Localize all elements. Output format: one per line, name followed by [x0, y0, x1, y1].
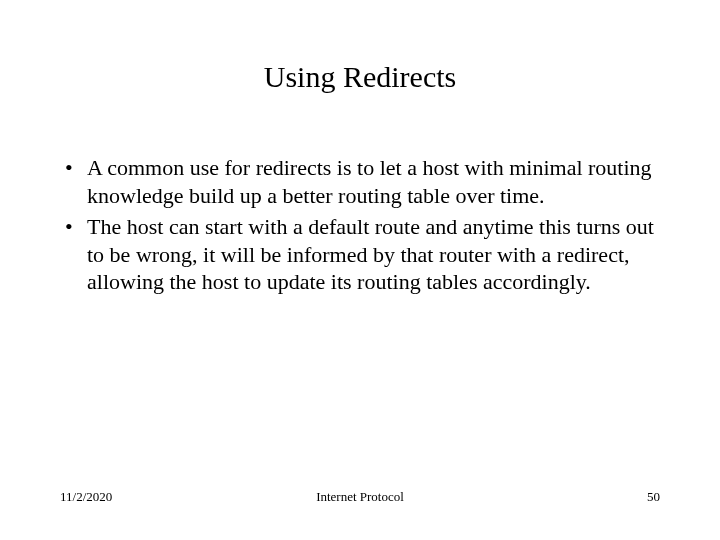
footer-date: 11/2/2020 [60, 489, 112, 505]
footer-subject: Internet Protocol [316, 489, 404, 505]
footer: 11/2/2020 Internet Protocol 50 [0, 489, 720, 505]
bullet-list: A common use for redirects is to let a h… [65, 154, 670, 296]
list-item: A common use for redirects is to let a h… [65, 154, 670, 209]
slide: Using Redirects A common use for redirec… [0, 0, 720, 540]
footer-page-number: 50 [647, 489, 660, 505]
slide-title: Using Redirects [50, 60, 670, 94]
list-item: The host can start with a default route … [65, 213, 670, 296]
slide-content: A common use for redirects is to let a h… [50, 154, 670, 296]
